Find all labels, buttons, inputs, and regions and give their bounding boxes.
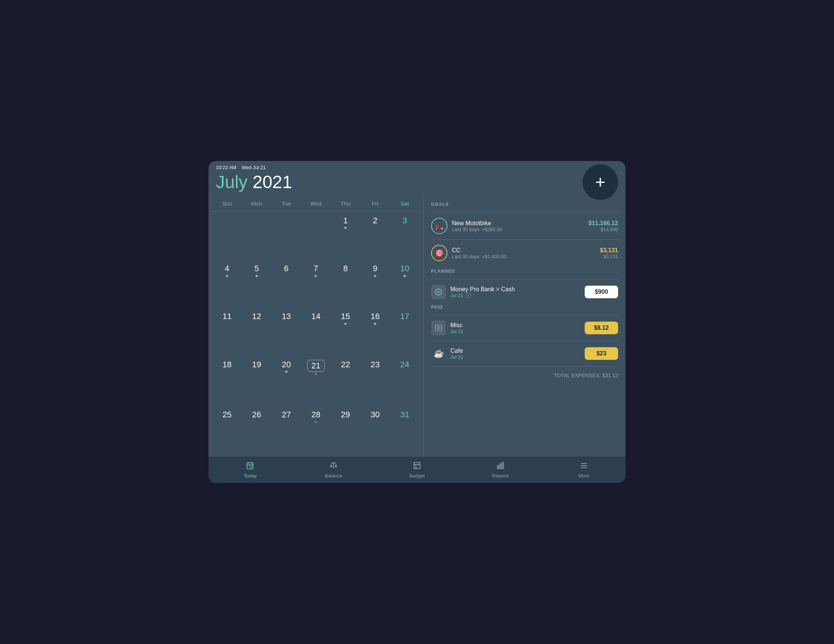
nav-budget[interactable]: Budget (375, 462, 459, 479)
month-year-title: July 2021 (216, 172, 292, 192)
budget-icon (413, 462, 421, 471)
nav-today[interactable]: 21 Today (208, 462, 292, 479)
bottom-nav: 21 Today Balance (208, 456, 626, 483)
day-cell-14[interactable]: 14 (301, 309, 331, 357)
transfer-info-circle: i (465, 293, 471, 298)
svg-rect-14 (500, 464, 501, 468)
day-cell-18[interactable]: 18 (212, 357, 242, 407)
day-cell-3[interactable]: 3 (390, 213, 420, 261)
paid-item-cafe[interactable]: ☕ Cafe Jul 21 $23 (431, 343, 618, 364)
day-cell-26[interactable]: 26 (242, 407, 272, 455)
day-cell-24[interactable]: 24 (390, 357, 420, 407)
today-label: Today (244, 473, 257, 479)
day-header-tue: Tue (272, 199, 301, 208)
day-cell-empty-2: - (242, 213, 272, 261)
day-cell-19[interactable]: 19 (242, 357, 272, 407)
goal-item-cc[interactable]: 🎯 CC Last 30 days: +$1,400.00 $3,131 $3,… (431, 242, 618, 264)
goal-icon-cc: 🎯 (431, 245, 448, 261)
cafe-amount: $23 (585, 347, 618, 360)
more-icon (580, 462, 588, 471)
day-cell-empty-1: - (212, 213, 242, 261)
day-header-sat: Sat (390, 199, 420, 208)
day-cell-27[interactable]: 27 (272, 407, 301, 455)
day-cell-16[interactable]: 16 (360, 309, 390, 357)
paid-divider-1 (431, 341, 618, 341)
day-cell-7[interactable]: 7 (301, 261, 331, 309)
day-cell-4[interactable]: 4 (212, 261, 242, 309)
day-cell-21[interactable]: 21 (301, 357, 331, 407)
calendar-side: Sun Mon Tue Wed Thu Fri Sat - - - - 1 (208, 196, 423, 456)
cafe-name: Cafe (450, 348, 585, 354)
nav-more[interactable]: More (542, 462, 626, 479)
day-cell-30[interactable]: 30 (360, 407, 390, 455)
day-cell-9[interactable]: 9 (360, 261, 390, 309)
cafe-info: Cafe Jul 21 (450, 348, 585, 360)
svg-rect-13 (498, 466, 499, 468)
balance-icon (330, 462, 338, 471)
transfer-name: Money Pro Bank > Cash (450, 286, 585, 293)
goals-section-title: GOALS (431, 202, 618, 207)
day-cell-23[interactable]: 23 (360, 357, 390, 407)
goal-name-cc: CC (452, 247, 600, 254)
day-cell-15[interactable]: 15 (331, 309, 360, 357)
cafe-icon: ☕ (431, 346, 446, 361)
day-header-wed: Wed (301, 199, 331, 208)
day-cell-31[interactable]: 31 (390, 407, 420, 455)
goal-amount-motorbike: $11,166.12 (588, 220, 618, 227)
paid-section-title: PAID (431, 305, 618, 310)
budget-label: Budget (409, 473, 424, 479)
month-label: July (216, 172, 247, 192)
goal-item-motorbike[interactable]: 🏍️ New Mototbike Last 30 days: +$280.00 … (431, 215, 618, 237)
goal-sub-cc: Last 30 days: +$1,400.00 (452, 254, 600, 259)
total-expenses: TOTAL EXPENSES: $31.12 (431, 369, 618, 380)
goal-info-motorbike: New Mototbike Last 30 days: +$280.00 (452, 220, 588, 232)
nav-reports[interactable]: Reports (459, 462, 542, 479)
day-cell-25[interactable]: 25 (212, 407, 242, 455)
nav-balance[interactable]: Balance (292, 462, 375, 479)
day-cell-17[interactable]: 17 (390, 309, 420, 357)
misc-amount: $8.12 (585, 322, 618, 334)
main-content: Sun Mon Tue Wed Thu Fri Sat - - - - 1 (208, 196, 626, 456)
day-cell-13[interactable]: 13 (272, 309, 301, 357)
day-cell-8[interactable]: 8 (331, 261, 360, 309)
misc-icon (431, 321, 446, 335)
day-cell-6[interactable]: 6 (272, 261, 301, 309)
goal-amount-cc: $3,131 (600, 247, 618, 254)
day-cell-28[interactable]: 28 (301, 407, 331, 455)
day-cell-11[interactable]: 11 (212, 309, 242, 357)
goal-info-cc: CC Last 30 days: +$1,400.00 (452, 247, 600, 259)
balance-label: Balance (325, 473, 343, 479)
day-cell-20[interactable]: 20 (272, 357, 301, 407)
goals-divider (431, 212, 618, 213)
reports-label: Reports (492, 473, 509, 479)
clock: 10:22 AM (216, 165, 236, 170)
svg-text:21: 21 (250, 465, 253, 468)
day-cell-2[interactable]: 2 (360, 213, 390, 261)
planned-divider (431, 279, 618, 279)
day-cell-29[interactable]: 29 (331, 407, 360, 455)
misc-name: Misc (450, 322, 585, 329)
app-container: 10:22 AM Wed Jul 21 July 2021 + Sun Mon … (208, 161, 626, 483)
day-cell-1[interactable]: 1 (331, 213, 360, 261)
misc-info: Misc Jul 21 (450, 322, 585, 334)
paid-item-misc[interactable]: Misc Jul 21 $8.12 (431, 318, 618, 338)
cafe-date: Jul 21 (450, 354, 585, 360)
header: July 2021 + (208, 172, 626, 196)
day-header-thu: Thu (331, 199, 360, 208)
day-headers: Sun Mon Tue Wed Thu Fri Sat (212, 196, 420, 211)
day-cell-empty-3: - (272, 213, 301, 261)
day-cell-empty-4: - (301, 213, 331, 261)
day-cell-22[interactable]: 22 (331, 357, 360, 407)
add-button[interactable]: + (582, 164, 618, 200)
day-cell-12[interactable]: 12 (242, 309, 272, 357)
status-bar: 10:22 AM Wed Jul 21 (208, 161, 626, 172)
day-cell-10[interactable]: 10 (390, 261, 420, 309)
right-panel: GOALS 🏍️ New Mototbike Last 30 days: +$2… (423, 196, 626, 456)
year-label: 2021 (253, 172, 293, 192)
planned-item-transfer[interactable]: Money Pro Bank > Cash Jul 21 i $900 (431, 282, 618, 302)
today-icon: 21 (246, 462, 254, 471)
transfer-info: Money Pro Bank > Cash Jul 21 i (450, 286, 585, 298)
day-header-mon: Mon (242, 199, 272, 208)
day-header-fri: Fri (360, 199, 390, 208)
day-cell-5[interactable]: 5 (242, 261, 272, 309)
